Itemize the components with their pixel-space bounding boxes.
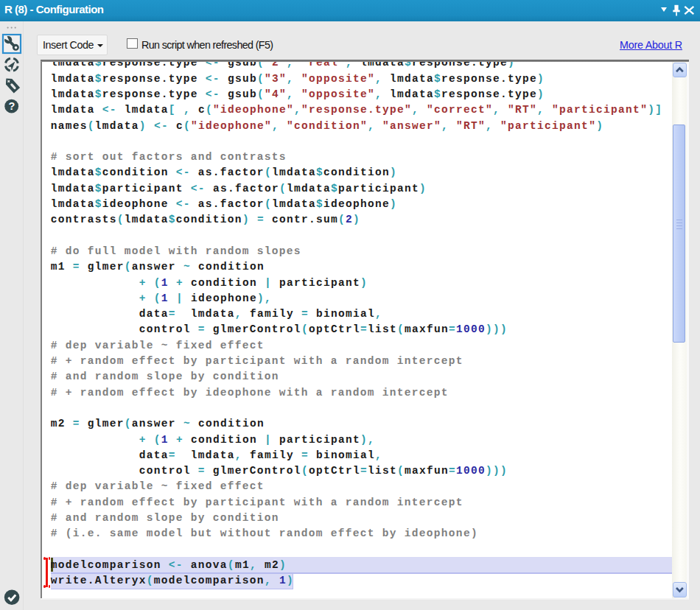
svg-text:?: ? [8, 100, 15, 112]
